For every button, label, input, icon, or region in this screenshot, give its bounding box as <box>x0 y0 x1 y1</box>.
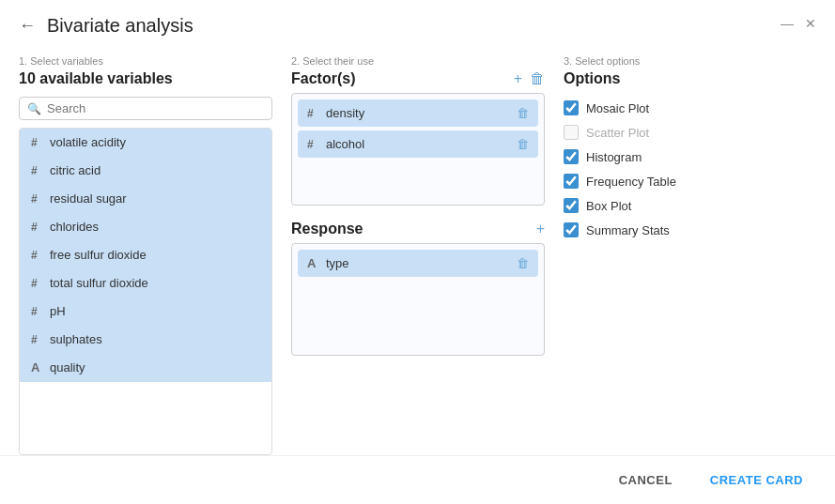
variable-item[interactable]: # volatile acidity <box>20 129 271 157</box>
variable-name: total sulfur dioxide <box>50 276 148 290</box>
factors-icons: + 🗑 <box>514 71 545 86</box>
checkbox-summary-stats[interactable] <box>564 222 579 237</box>
factor-item[interactable]: # density 🗑 <box>298 99 538 127</box>
var-type-icon: # <box>31 249 44 262</box>
variables-list: # volatile acidity# citric acid# residua… <box>19 128 272 455</box>
factors-delete-icon[interactable]: 🗑 <box>530 71 545 86</box>
var-type-icon: A <box>31 360 44 374</box>
back-button[interactable]: ← <box>19 16 36 36</box>
response-add-icon[interactable]: + <box>536 221 545 237</box>
option-row: Mosaic Plot <box>564 100 816 115</box>
variable-name: sulphates <box>50 332 102 346</box>
factors-drop-zone[interactable]: # density 🗑 # alcohol 🗑 <box>291 93 545 206</box>
create-card-button[interactable]: CREATE CARD <box>701 467 812 493</box>
option-label-mosaic-plot: Mosaic Plot <box>586 101 649 115</box>
variable-item[interactable]: # pH <box>20 298 271 326</box>
option-label-histogram: Histogram <box>586 150 642 164</box>
use-column: 2. Select their use Factor(s) + 🗑 # dens… <box>291 44 545 455</box>
variable-name: residual sugar <box>50 191 127 206</box>
response-name: type <box>326 256 349 270</box>
variable-name: volatile acidity <box>50 135 126 149</box>
col2-label: 2. Select their use <box>291 55 545 67</box>
factor-type-icon: # <box>307 107 320 120</box>
response-item-left: A type <box>307 256 349 270</box>
var-type-icon: # <box>31 192 44 206</box>
variable-item[interactable]: # residual sugar <box>20 185 271 213</box>
option-row: Box Plot <box>564 198 816 213</box>
options-list: Mosaic PlotScatter PlotHistogramFrequenc… <box>564 100 816 247</box>
option-label-box-plot: Box Plot <box>586 199 631 213</box>
var-type-icon: # <box>31 164 44 177</box>
factor-trash-icon[interactable]: 🗑 <box>517 137 529 151</box>
response-drop-zone[interactable]: A type 🗑 <box>291 243 545 356</box>
factor-item[interactable]: # alcohol 🗑 <box>298 130 538 158</box>
variable-item[interactable]: # total sulfur dioxide <box>20 269 271 298</box>
option-row: Histogram <box>564 149 816 164</box>
response-type-icon: A <box>307 256 320 270</box>
footer: CANCEL CREATE CARD <box>0 455 835 504</box>
checkbox-frequency-table[interactable] <box>564 174 579 189</box>
response-header: Response + <box>291 221 545 237</box>
variable-name: free sulfur dioxide <box>50 248 147 262</box>
main-content: 1. Select variables 10 available variabl… <box>0 44 835 455</box>
checkbox-scatter-plot <box>564 125 579 140</box>
variable-name: citric acid <box>50 163 101 177</box>
checkbox-histogram[interactable] <box>564 149 579 164</box>
option-label-summary-stats: Summary Stats <box>586 223 670 237</box>
window-controls: — ✕ <box>781 17 816 30</box>
variable-name: chlorides <box>50 220 99 234</box>
variable-item[interactable]: # chlorides <box>20 213 271 241</box>
response-icons: + <box>536 221 545 237</box>
factors-add-icon[interactable]: + <box>514 71 522 86</box>
search-input[interactable] <box>47 101 264 115</box>
factors-header: Factor(s) + 🗑 <box>291 70 545 87</box>
factor-type-icon: # <box>307 138 320 151</box>
factors-heading: Factor(s) <box>291 70 355 87</box>
variable-item[interactable]: A quality <box>20 354 271 382</box>
variables-column: 1. Select variables 10 available variabl… <box>19 44 272 455</box>
search-icon: 🔍 <box>27 102 41 115</box>
bivariate-dialog: ← Bivariate analysis — ✕ 1. Select varia… <box>0 0 835 504</box>
option-label-scatter-plot: Scatter Plot <box>586 126 649 140</box>
var-type-icon: # <box>31 333 44 346</box>
factor-name: density <box>326 106 364 120</box>
col1-label: 1. Select variables <box>19 55 272 67</box>
var-type-icon: # <box>31 221 44 234</box>
col1-heading: 10 available variables <box>19 70 272 87</box>
response-section: Response + A type 🗑 <box>291 221 545 367</box>
response-item[interactable]: A type 🗑 <box>298 250 538 277</box>
var-type-icon: # <box>31 136 44 149</box>
options-column: 3. Select options Options Mosaic PlotSca… <box>564 44 816 455</box>
option-row: Scatter Plot <box>564 125 816 140</box>
response-trash-icon[interactable]: 🗑 <box>517 256 529 270</box>
var-type-icon: # <box>31 305 44 318</box>
variable-item[interactable]: # free sulfur dioxide <box>20 241 271 269</box>
checkbox-mosaic-plot[interactable] <box>564 100 579 115</box>
checkbox-box-plot[interactable] <box>564 198 579 213</box>
col3-label: 3. Select options <box>564 55 816 67</box>
cancel-button[interactable]: CANCEL <box>610 467 682 493</box>
option-row: Summary Stats <box>564 222 816 237</box>
option-row: Frequency Table <box>564 174 816 189</box>
minimize-button[interactable]: — <box>781 17 794 30</box>
var-type-icon: # <box>31 277 44 290</box>
col3-heading: Options <box>564 70 816 87</box>
title-bar: ← Bivariate analysis — ✕ <box>0 0 835 44</box>
variable-item[interactable]: # sulphates <box>20 326 271 354</box>
response-heading: Response <box>291 221 363 237</box>
variable-item[interactable]: # citric acid <box>20 157 271 185</box>
variable-name: pH <box>50 304 66 318</box>
factor-trash-icon[interactable]: 🗑 <box>517 106 529 120</box>
close-button[interactable]: ✕ <box>805 17 816 30</box>
option-label-frequency-table: Frequency Table <box>586 175 676 189</box>
dialog-title: Bivariate analysis <box>47 15 193 37</box>
factor-name: alcohol <box>326 137 364 151</box>
factor-item-left: # alcohol <box>307 137 364 151</box>
factor-item-left: # density <box>307 106 364 120</box>
search-box: 🔍 <box>19 97 272 120</box>
variable-name: quality <box>50 360 85 374</box>
